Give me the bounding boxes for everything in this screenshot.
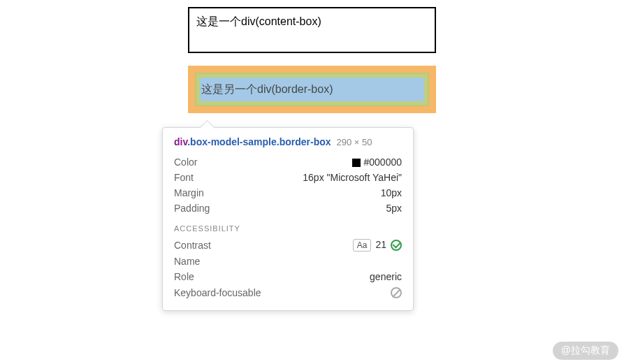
tooltip-row-font: Font 16px "Microsoft YaHei" — [174, 170, 402, 185]
tooltip-row-keyboard: Keyboard-focusable — [174, 284, 402, 300]
aa-badge-icon: Aa — [353, 239, 372, 252]
selector-classes: .box-model-sample.border-box — [187, 136, 331, 147]
selector-dimensions: 290 × 50 — [337, 137, 372, 147]
contrast-label: Contrast — [174, 240, 211, 251]
selector-tag: div — [174, 136, 187, 147]
check-circle-icon — [391, 240, 402, 251]
tooltip-color-label: Color — [174, 156, 197, 168]
border-box-padding-area: 这是另一个div(border-box) — [196, 74, 428, 105]
border-box-border-area: 这是另一个div(border-box) — [195, 73, 429, 106]
tooltip-font-value: 16px "Microsoft YaHei" — [303, 172, 402, 183]
a11y-name-label: Name — [174, 256, 200, 267]
border-box-content-area: 这是另一个div(border-box) — [200, 78, 424, 101]
a11y-keyboard-value — [391, 286, 402, 298]
tooltip-row-color: Color #000000 — [174, 154, 402, 170]
contrast-value: Aa21 — [353, 239, 402, 252]
tooltip-selector-line: div.box-model-sample.border-box290 × 50 — [174, 136, 402, 147]
devtools-element-tooltip: div.box-model-sample.border-box290 × 50 … — [162, 127, 414, 311]
tooltip-margin-label: Margin — [174, 187, 204, 198]
content-box-text: 这是一个div(content-box) — [196, 15, 321, 27]
tooltip-row-margin: Margin 10px — [174, 185, 402, 201]
not-allowed-icon — [391, 287, 402, 298]
tooltip-padding-label: Padding — [174, 203, 210, 214]
accessibility-section-title: ACCESSIBILITY — [174, 224, 402, 233]
tooltip-color-value: #000000 — [352, 156, 402, 168]
border-box-margin-area: 这是另一个div(border-box) — [188, 66, 436, 113]
watermark-badge: @拉勾教育 — [553, 342, 618, 360]
tooltip-row-padding: Padding 5px — [174, 201, 402, 216]
color-swatch-icon — [352, 159, 361, 167]
a11y-role-value: generic — [370, 271, 402, 282]
tooltip-row-name: Name — [174, 254, 402, 269]
a11y-keyboard-label: Keyboard-focusable — [174, 287, 261, 298]
tooltip-font-label: Font — [174, 172, 194, 183]
a11y-role-label: Role — [174, 271, 194, 282]
tooltip-row-role: Role generic — [174, 269, 402, 284]
tooltip-margin-value: 10px — [381, 187, 402, 198]
border-box-text: 这是另一个div(border-box) — [201, 82, 333, 97]
content-box-sample: 这是一个div(content-box) — [188, 7, 436, 53]
tooltip-padding-value: 5px — [386, 203, 402, 214]
tooltip-row-contrast: Contrast Aa21 — [174, 237, 402, 254]
